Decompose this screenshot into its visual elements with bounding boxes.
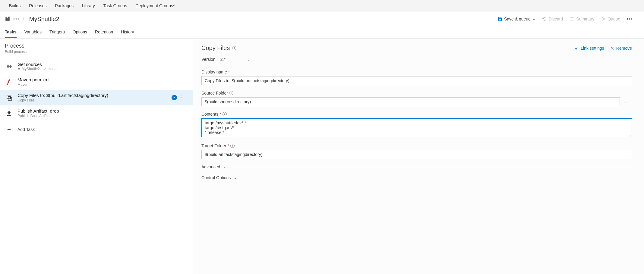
tab-variables[interactable]: Variables: [24, 26, 42, 38]
required-indicator: *: [219, 112, 221, 117]
tab-retention[interactable]: Retention: [95, 26, 113, 38]
left-pane: Process Build process Get sources MyShut…: [0, 39, 193, 274]
task-title: Get sources: [17, 62, 188, 67]
required-indicator: *: [227, 143, 229, 148]
panes: Process Build process Get sources MyShut…: [0, 39, 644, 274]
display-name-field: Display name *: [201, 70, 632, 85]
branch-chip: master: [43, 67, 59, 71]
upload-icon: [5, 109, 13, 117]
divider: [240, 178, 632, 178]
copy-files-icon: [5, 93, 13, 102]
target-folder-field: Target Folder * i: [201, 143, 632, 159]
process-title: Process: [5, 43, 188, 49]
task-title: Copy Files to: $(build.artifactstagingdi…: [17, 93, 167, 98]
queue-button[interactable]: Queue: [601, 17, 620, 21]
required-indicator: *: [228, 70, 230, 74]
task-title: Publish Artifact: drop: [17, 108, 188, 114]
close-icon: [610, 46, 614, 50]
get-sources-icon: [5, 62, 13, 71]
nav-task-groups[interactable]: Task Groups: [99, 3, 131, 8]
contents-input[interactable]: [201, 118, 632, 137]
source-folder-field: Source Folder i ...: [201, 91, 632, 106]
info-icon[interactable]: i: [223, 112, 227, 116]
add-task-label: Add Task: [17, 127, 35, 132]
svg-point-1: [46, 68, 46, 69]
list-icon: [570, 17, 574, 21]
svg-point-0: [44, 68, 45, 69]
target-folder-input[interactable]: [201, 150, 632, 159]
process-header[interactable]: Process Build process: [0, 43, 193, 57]
tab-tasks[interactable]: Tasks: [5, 26, 17, 38]
build-definition-icon: [5, 16, 10, 22]
play-icon: [601, 17, 606, 21]
check-badge-icon: [172, 95, 177, 100]
chevron-right-icon: 〉: [23, 17, 26, 22]
chevron-down-icon: ⌄: [247, 57, 250, 61]
nav-releases[interactable]: Releases: [25, 3, 51, 8]
tab-triggers[interactable]: Triggers: [49, 26, 65, 38]
summary-label: Summary: [576, 17, 594, 21]
header-row: ••• 〉 MyShuttle2 Save & queue ⌄ Discard …: [0, 11, 644, 26]
maven-icon: [5, 78, 13, 86]
add-task-button[interactable]: ＋ Add Task: [0, 121, 193, 138]
task-maven[interactable]: Maven pom.xml Maven: [0, 74, 193, 90]
contents-label: Contents: [201, 112, 218, 117]
task-list: Get sources MyShuttle2 master: [0, 59, 193, 138]
task-title: Maven pom.xml: [17, 77, 188, 82]
task-publish-artifact[interactable]: Publish Artifact: drop Publish Build Art…: [0, 105, 193, 121]
display-name-input[interactable]: [201, 76, 632, 85]
process-desc: Build process: [5, 50, 188, 54]
sub-tabs: Tasks Variables Triggers Options Retenti…: [0, 26, 644, 39]
divider: [229, 167, 632, 167]
svg-point-2: [44, 70, 45, 70]
more-icon[interactable]: •••: [13, 17, 20, 21]
right-pane: Copy Files i Link settings Remove Versio…: [193, 39, 644, 274]
page-title: MyShuttle2: [29, 16, 59, 23]
info-icon[interactable]: i: [232, 46, 236, 50]
svg-rect-3: [7, 115, 11, 116]
chevron-down-icon: ⌄: [532, 17, 535, 21]
tab-history[interactable]: History: [121, 26, 134, 38]
chevron-down-icon: ⌄: [234, 176, 237, 180]
nav-packages[interactable]: Packages: [51, 3, 78, 8]
branch-icon: [43, 67, 46, 70]
drag-handle-icon[interactable]: ⋮⋮: [179, 96, 188, 99]
chevron-down-icon: ⌄: [223, 165, 226, 169]
version-row: Version 2.* ⌄: [201, 56, 632, 62]
remove-button[interactable]: Remove: [610, 46, 632, 51]
version-select[interactable]: 2.* ⌄: [219, 56, 252, 62]
detail-title: Copy Files i: [201, 45, 236, 51]
browse-button[interactable]: ...: [623, 99, 632, 104]
version-label: Version: [201, 57, 216, 62]
display-name-label: Display name: [201, 70, 227, 74]
nav-builds[interactable]: Builds: [5, 3, 25, 8]
discard-button[interactable]: Discard: [542, 17, 563, 21]
nav-library[interactable]: Library: [78, 3, 99, 8]
plus-icon: ＋: [5, 125, 13, 133]
info-icon[interactable]: i: [229, 91, 233, 95]
summary-button[interactable]: Summary: [570, 17, 594, 21]
control-options-section-toggle[interactable]: Control Options ⌄: [201, 175, 632, 180]
task-sub: Copy Files: [17, 98, 167, 102]
detail-header: Copy Files i Link settings Remove: [201, 45, 632, 51]
advanced-section-toggle[interactable]: Advanced ⌄: [201, 164, 632, 169]
breadcrumb: ••• 〉 MyShuttle2: [5, 16, 59, 23]
link-settings-button[interactable]: Link settings: [575, 46, 604, 51]
source-folder-label: Source Folder: [201, 91, 228, 95]
top-nav: Builds Releases Packages Library Task Gr…: [0, 0, 644, 11]
tab-options[interactable]: Options: [73, 26, 87, 38]
repo-chip: MyShuttle2: [17, 67, 40, 71]
task-copy-files[interactable]: Copy Files to: $(build.artifactstagingdi…: [0, 90, 193, 105]
source-folder-input[interactable]: [201, 97, 620, 106]
nav-deployment-groups[interactable]: Deployment Groups*: [131, 3, 179, 8]
contents-field: Contents * i: [201, 112, 632, 138]
save-icon: [497, 17, 502, 21]
overflow-button[interactable]: •••: [627, 17, 633, 21]
task-sub: Publish Build Artifacts: [17, 114, 188, 118]
save-and-queue-label: Save & queue: [504, 17, 531, 21]
save-and-queue-button[interactable]: Save & queue ⌄: [497, 17, 535, 21]
task-get-sources[interactable]: Get sources MyShuttle2 master: [0, 59, 193, 74]
discard-label: Discard: [549, 17, 563, 21]
queue-label: Queue: [608, 17, 620, 21]
info-icon[interactable]: i: [230, 144, 235, 148]
